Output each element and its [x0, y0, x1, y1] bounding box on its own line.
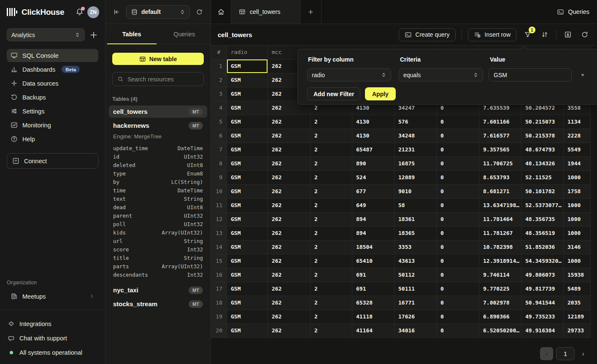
cell[interactable]: 48.674793	[521, 143, 564, 157]
database-selector[interactable]: default	[126, 5, 190, 19]
cell[interactable]: 2	[311, 296, 352, 310]
cell[interactable]: 0	[437, 157, 479, 171]
cell[interactable]: GSM	[227, 157, 268, 171]
home-tab[interactable]	[211, 0, 231, 24]
cell[interactable]: GSM	[227, 129, 268, 143]
cell[interactable]: 0	[437, 254, 479, 268]
cell[interactable]: 58	[394, 199, 437, 213]
sidebar-item-chat-with-support[interactable]: Chat with support	[7, 332, 98, 345]
cell[interactable]: 65328	[352, 296, 394, 310]
cell[interactable]: GSM	[227, 226, 268, 240]
cell[interactable]: 1000	[564, 226, 591, 240]
cell[interactable]: 49.817739	[521, 282, 564, 296]
cell[interactable]: 524	[352, 171, 394, 185]
cell[interactable]: 262	[268, 268, 311, 282]
sidebar-item-all-systems-operational[interactable]: All systems operational	[7, 346, 98, 359]
cell[interactable]: 691	[352, 268, 394, 282]
cell[interactable]: 7.002978	[479, 296, 521, 310]
row-number[interactable]: 10	[211, 185, 227, 199]
page-number[interactable]: 1	[556, 347, 575, 360]
cell[interactable]: GSM	[227, 268, 268, 282]
cell[interactable]: 890	[352, 157, 394, 171]
sidebar-item-meetups[interactable]: Meetups	[7, 290, 98, 303]
cell[interactable]: 262	[268, 171, 311, 185]
cell[interactable]: GSM	[227, 143, 268, 157]
sort-button[interactable]	[539, 29, 550, 40]
cell[interactable]: 17626	[394, 310, 437, 324]
filter-button[interactable]: 1	[522, 29, 533, 40]
cell[interactable]: 48.356735	[521, 213, 564, 226]
cell[interactable]: 2	[311, 268, 352, 282]
row-number[interactable]: 18	[211, 296, 227, 310]
sidebar-item-sql-console[interactable]: SQL Console	[7, 49, 98, 62]
cell[interactable]: 2	[311, 143, 352, 157]
cell[interactable]: 8.653793	[479, 171, 521, 185]
cell[interactable]: 9.357565	[479, 143, 521, 157]
cell[interactable]: 262	[268, 240, 311, 254]
cell[interactable]: 2	[311, 282, 352, 296]
cell[interactable]: 5489	[564, 282, 591, 296]
cell[interactable]: 10.782398	[479, 240, 521, 254]
connect-button[interactable]: Connect	[7, 153, 98, 169]
row-number[interactable]: 17	[211, 282, 227, 296]
cell[interactable]: 11.781267	[479, 226, 521, 240]
cell[interactable]: 2	[311, 157, 352, 171]
queries-button[interactable]: Queries	[557, 5, 589, 19]
cell[interactable]: 1134	[564, 115, 591, 129]
collapse-panel-button[interactable]	[113, 8, 120, 16]
cell[interactable]: 262	[268, 213, 311, 226]
cell[interactable]: 5549	[564, 143, 591, 157]
cell[interactable]: 0	[437, 226, 479, 240]
cell[interactable]: 2	[311, 226, 352, 240]
cell[interactable]: GSM	[227, 213, 268, 226]
cell[interactable]: 48.356519	[521, 226, 564, 240]
cell[interactable]: 54.3459320…	[521, 254, 564, 268]
row-number[interactable]: 11	[211, 199, 227, 213]
row-number[interactable]: 5	[211, 115, 227, 129]
new-tab-button[interactable]	[300, 0, 321, 24]
cell[interactable]: 262	[268, 157, 311, 171]
cell[interactable]: 0	[437, 324, 479, 338]
cell[interactable]: 2	[311, 115, 352, 129]
sidebar-item-help[interactable]: Help	[7, 132, 98, 146]
sidebar-item-dashboards[interactable]: DashboardsBeta	[7, 63, 98, 76]
cell[interactable]: 49.735233	[521, 310, 564, 324]
cell[interactable]: 3353	[394, 240, 437, 254]
cell[interactable]: 50.941544	[521, 296, 564, 310]
row-number[interactable]: 1	[211, 59, 227, 73]
cell[interactable]: 649	[352, 199, 394, 213]
cell[interactable]: 1000	[564, 171, 591, 185]
cell[interactable]: 0	[437, 296, 479, 310]
cell[interactable]: 16771	[394, 296, 437, 310]
cell[interactable]: 4130	[352, 115, 394, 129]
cell[interactable]: GSM	[227, 115, 268, 129]
table-item-nyc_taxi[interactable]: nyc_taxiMT	[109, 284, 207, 296]
cell[interactable]: GSM	[227, 324, 268, 338]
sidebar-item-data-sources[interactable]: Data sources	[7, 77, 98, 90]
add-new-filter-button[interactable]: Add new Filter	[307, 87, 360, 100]
cell[interactable]: 8.681271	[479, 185, 521, 199]
cell[interactable]: 0	[437, 310, 479, 324]
cell[interactable]: 18365	[394, 226, 437, 240]
next-page-button[interactable]: ›	[578, 347, 589, 360]
cell[interactable]: GSM	[227, 171, 268, 185]
cell[interactable]: 894	[352, 213, 394, 226]
insert-row-button[interactable]: Insert row	[468, 28, 516, 41]
tab-tables[interactable]: Tables	[105, 24, 158, 44]
row-number[interactable]: 19	[211, 310, 227, 324]
cell[interactable]: 1758	[564, 185, 591, 199]
prev-page-button[interactable]: ‹	[540, 347, 553, 360]
download-button[interactable]	[562, 29, 573, 40]
cell[interactable]: GSM	[227, 254, 268, 268]
filter-value-input[interactable]	[489, 68, 572, 81]
filter-column-select[interactable]: radio	[307, 68, 391, 81]
sidebar-item-monitoring[interactable]: Monitoring	[7, 119, 98, 132]
cell[interactable]: 2	[311, 310, 352, 324]
cell[interactable]: GSM	[227, 240, 268, 254]
cell[interactable]: 34016	[394, 324, 437, 338]
cell[interactable]: 15938	[564, 268, 591, 282]
cell[interactable]: 50112	[394, 268, 437, 282]
cell[interactable]: 262	[268, 254, 311, 268]
row-number[interactable]: 2	[211, 73, 227, 87]
cell[interactable]: 18361	[394, 213, 437, 226]
